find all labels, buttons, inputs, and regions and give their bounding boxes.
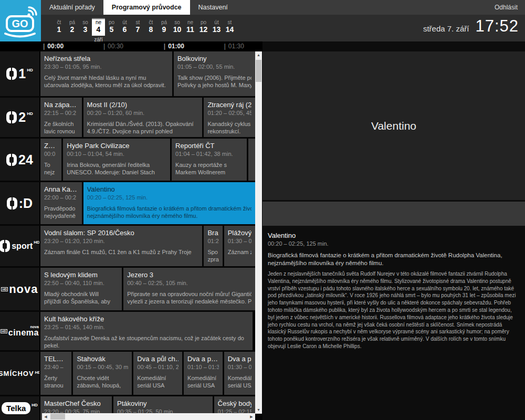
day-6[interactable]: út6 [118,18,131,36]
tab-bar: Aktuální pořadyProgramový průvodceNastav… [41,0,525,15]
clock-box: středa 7. září 17:52 [423,17,519,36]
day-9[interactable]: pá9 [158,18,171,36]
channel-row-smichov: SMÍCHOVHDTEL…23:40 –ŽertystranouStahovák… [0,352,255,395]
app-logo: GO [0,0,41,41]
vertical-scrollbar[interactable]: ▲ ▼ [255,51,262,414]
go-logo-icon: GO [0,0,41,41]
channel-logo-nova: HDnova [0,268,40,310]
horizontal-scroll-thumb[interactable] [50,414,65,419]
day-3[interactable]: so3 [79,18,92,36]
day-11[interactable]: ne11 [184,18,197,36]
program-cell[interactable]: Dva a p…01:10 – 01:3Komediálníseriál USA [184,352,223,395]
channel-logo-telka: TelkaHD [0,396,40,420]
channel-logo-smichov: SMÍCHOVHD [0,352,40,395]
channel-row-ct1: 1HDNeřízená střela23:30 – 01:05, 95 min.… [0,51,255,96]
detail-time: 00:20 – 02:25, 125 min. [268,240,520,247]
program-cell[interactable]: Jezero 300:40 – 02:25, 105 min.Připravte… [123,268,255,310]
clock-time: 17:52 [475,17,519,36]
video-preview: Valentino [262,51,525,200]
current-date-label: středa 7. září [423,24,469,33]
logout-button[interactable]: Odhlásit [487,0,525,15]
program-cell[interactable]: S ledovým klidem22:50 – 00:40, 110 min.M… [40,268,122,310]
day-10[interactable]: so10 [171,18,184,36]
timeline-bar: |00:00|00:30|01:00|01:30 [0,41,262,51]
program-cell[interactable]: Dva a půl ch…00:45 – 01:10, 2Komediálnís… [133,352,182,395]
day-2[interactable]: pá2 [66,18,79,36]
program-cell[interactable]: Z…00:0Tonejz [40,139,61,181]
day-12[interactable]: po12 [197,18,210,36]
channel-row-novacinema: HDnovacinemaKult hákového kříže23:25 – 0… [0,312,255,350]
detail-summary: Biografická filmová fantazie o krátkém a… [268,251,520,267]
program-cell[interactable]: Neřízená střela23:30 – 01:05, 95 min.Cel… [40,51,172,96]
channel-logo-novacinema: HDnovacinema [0,312,40,350]
channel-logo-ctsport: sportHD [0,226,40,266]
day-13[interactable]: út13 [210,18,223,36]
program-cell-selected[interactable]: Valentino00:20 – 02:25, 125 min.Biografi… [83,182,255,224]
tab-aktualni-porady[interactable]: Aktuální pořady [41,0,103,15]
scroll-down-icon[interactable]: ▼ [255,406,262,414]
channel-logo-ct2: 2HD [0,98,40,137]
date-header: čt1pá2so3ne4zářípo5út6st7čt8pá9so10ne11p… [41,15,525,41]
tab-nastaveni[interactable]: Nastavení [190,0,236,15]
detail-panel: Valentino Valentino 00:20 – 02:25, 125 m… [262,41,525,420]
program-cell[interactable]: Ztracený ráj (2/8)01:20 – 02:05, 45Kanad… [204,98,255,137]
svg-text:GO: GO [12,18,28,29]
scroll-left-icon[interactable]: ◀ [42,413,49,420]
program-cell[interactable]: Stahovák00:15 – 00:45, 30 mChcete vidětz… [73,352,132,395]
program-detail: Valentino 00:20 – 02:25, 125 min. Biogra… [262,232,525,350]
day-1[interactable]: čt1 [52,18,66,36]
program-cell[interactable]: Vodní slalom: SP 2016/Česko23:20 – 01:20… [40,226,202,266]
preview-program-title: Valentino [371,120,416,132]
channel-row-ctd: :DAnna Ka…22:00 – 00:2Pravděpodonejvydař… [0,182,255,224]
channel-logo-ctd: :D [0,182,40,224]
horizontal-scrollbar[interactable]: ◀ ▶ [42,413,255,420]
scroll-up-icon[interactable]: ▲ [255,51,262,59]
timeline-label-0100: |01:00 [164,41,184,51]
program-cell[interactable]: T0 [248,139,255,181]
tab-programovy-pruvodce[interactable]: Programový průvodce [103,0,190,15]
program-cell[interactable]: Kult hákového kříže23:25 – 01:45, 140 mi… [40,312,253,350]
program-cell[interactable]: Plážový v01:30 – 0Záznam z [224,226,255,266]
program-grid: 1HDNeřízená střela23:30 – 01:05, 95 min.… [0,0,262,420]
day-4-selected[interactable]: ne4září [92,18,105,36]
channel-row-ct2: 2HDNa zápa…22:15 – 00:2Ze školníchlavic … [0,98,255,137]
program-cell[interactable]: Bra01:2Spozpra [204,226,222,266]
timeline-label-0130: |01:30 [224,41,244,51]
vertical-scroll-thumb[interactable] [256,60,261,82]
channel-logo-ct24: 24 [0,139,40,181]
program-cell[interactable]: TEL…23:40 –Žertystranou [40,352,71,395]
channel-row-ctsport: sportHDVodní slalom: SP 2016/Česko23:20 … [0,226,255,266]
detail-description: Jeden z nejslavnějších tanečníků světa R… [268,270,520,350]
timeline-label-0000: |00:00 [43,41,64,51]
timeline-label-0030: |00:30 [103,41,123,51]
day-5[interactable]: po5 [105,18,118,36]
day-8[interactable]: čt8 [144,18,158,36]
program-cell[interactable]: Anna Ka…22:00 – 00:2Pravděpodonejvydařen… [40,182,82,224]
program-cell[interactable]: Na zápa…22:15 – 00:2Ze školníchlavic rov… [40,98,82,137]
day-14[interactable]: st14 [223,18,236,36]
day-selector: čt1pá2so3ne4zářípo5út6st7čt8pá9so10ne11p… [52,18,236,36]
program-cell[interactable]: Hyde Park Civilizace00:10 – 01:04, 54 mi… [63,139,170,181]
player-controls-bar [262,202,525,226]
epg-app: 1HDNeřízená střela23:30 – 01:05, 95 min.… [0,0,525,420]
program-cell[interactable]: Dva a p…01:30 – 0Komediálníseriál USA [224,352,255,395]
channel-logo-ct1: 1HD [0,51,40,96]
detail-title: Valentino [268,232,520,240]
program-cell[interactable]: Bolkoviny01:05 – 02:00, 55 min.Talk show… [174,51,255,96]
channel-row-nova: HDnovaS ledovým klidem22:50 – 00:40, 110… [0,268,255,310]
channel-row-ct24: 24Z…00:0TonejzHyde Park Civilizace00:10 … [0,139,255,181]
day-7[interactable]: st7 [131,18,144,36]
program-cell[interactable]: Most II (2/10)00:20 – 01:20, 60 min.Krim… [83,98,203,137]
program-cell[interactable]: Reportéři ČT01:04 – 01:42, 38 min.Kauzy … [172,139,247,181]
scroll-right-icon[interactable]: ▶ [248,413,255,420]
